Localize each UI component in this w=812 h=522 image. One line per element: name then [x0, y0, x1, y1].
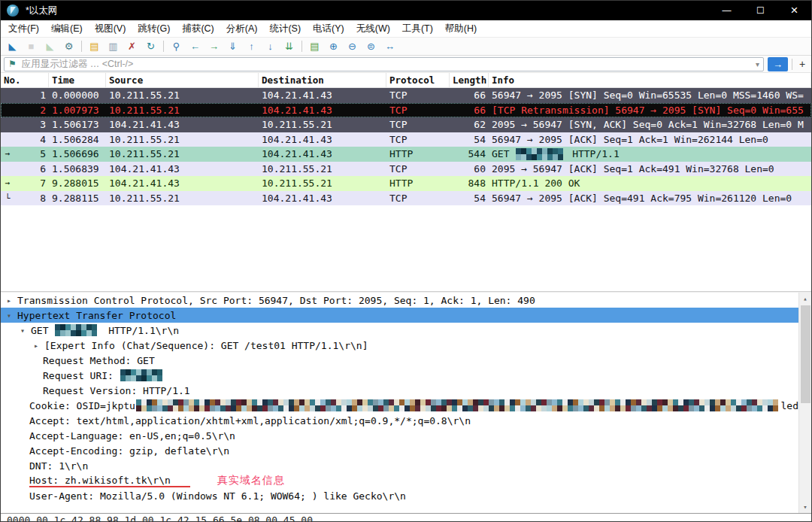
filter-placeholder: 应用显示过滤器 … <Ctrl-/> — [22, 58, 756, 71]
redacted-mosaic — [55, 324, 102, 336]
add-filter-button[interactable]: + — [796, 57, 808, 71]
details-scrollbar[interactable]: ▴ ▾ — [798, 293, 811, 513]
tcp-summary-text: Transmission Control Protocol, Src Port:… — [17, 295, 535, 306]
tcp-summary[interactable]: ▸Transmission Control Protocol, Src Port… — [1, 293, 798, 308]
accept-header[interactable]: Accept: text/html,application/xhtml+xml,… — [1, 413, 798, 428]
packet-details: ▸Transmission Control Protocol, Src Port… — [1, 293, 798, 503]
packet-row-8[interactable]: └89.28811510.211.55.21104.21.41.43TCP545… — [1, 191, 811, 206]
request-version[interactable]: Request Version: HTTP/1.1 — [1, 383, 798, 398]
filter-history-chevron-icon[interactable]: ▾ — [756, 60, 759, 68]
packet-row-5[interactable]: →51.50669610.211.55.21104.21.41.43HTTP54… — [1, 147, 811, 162]
user-agent-header[interactable]: User-Agent: Mozilla/5.0 (Windows NT 6.1;… — [1, 488, 798, 503]
save-file-icon[interactable]: ▥ — [105, 38, 122, 54]
go-first-packet-icon[interactable]: ↑ — [243, 38, 260, 54]
display-filter-input[interactable]: ⚑ 应用显示过滤器 … <Ctrl-/> ▾ — [4, 57, 764, 71]
scroll-down-icon[interactable]: ▾ — [799, 501, 811, 513]
find-packet-icon[interactable]: ⚲ — [168, 38, 185, 54]
cell-info: [TCP Retransmission] 56947 → 2095 [SYN] … — [489, 103, 811, 118]
menu-wireless[interactable]: 无线(W) — [350, 23, 396, 35]
packet-row-4[interactable]: 41.50628410.211.55.21104.21.41.43TCP5456… — [1, 132, 811, 147]
related-packet-marker: └ — [1, 191, 14, 206]
cell-source: 104.21.41.43 — [106, 176, 259, 191]
auto-scroll-icon[interactable]: ⇊ — [280, 38, 298, 54]
menu-telephony[interactable]: 电话(Y) — [307, 23, 350, 35]
maximize-button[interactable]: ☐ — [744, 1, 777, 20]
packet-row-7[interactable]: →79.288015104.21.41.4310.211.55.21HTTP84… — [1, 176, 811, 191]
scrollbar-thumb[interactable] — [801, 305, 810, 403]
start-capture-icon[interactable]: ◣ — [4, 38, 21, 54]
cell-destination: 104.21.41.43 — [259, 191, 386, 206]
packet-row-6[interactable]: 61.506839104.21.41.4310.211.55.21TCP6020… — [1, 162, 811, 177]
related-packet-marker — [1, 88, 14, 103]
menu-file[interactable]: 文件(F) — [2, 23, 45, 35]
zoom-out-icon[interactable]: ⊖ — [344, 38, 361, 54]
accept-encoding-header-text: Accept-Encoding: gzip, deflate\r\n — [29, 445, 229, 457]
packet-row-1[interactable]: 10.00000010.211.55.21104.21.41.43TCP6656… — [1, 88, 811, 103]
cell-no: 4 — [14, 132, 49, 147]
expert-info-text: [Expert Info (Chat/Sequence): GET /test0… — [44, 340, 368, 351]
menu-edit[interactable]: 编辑(E) — [45, 23, 89, 35]
resize-columns-icon[interactable]: ↔ — [381, 38, 398, 54]
scroll-up-icon[interactable]: ▴ — [799, 293, 811, 305]
menu-analyze[interactable]: 分析(A) — [220, 23, 264, 35]
http-request-line[interactable]: ▾GET HTTP/1.1\r\n — [1, 323, 798, 338]
menu-go[interactable]: 跳转(G) — [132, 23, 176, 35]
cell-destination: 104.21.41.43 — [259, 103, 386, 118]
accept-encoding-header[interactable]: Accept-Encoding: gzip, deflate\r\n — [1, 443, 798, 458]
go-back-icon[interactable]: ← — [186, 38, 204, 54]
accept-language-header[interactable]: Accept-Language: en-US,en;q=0.5\r\n — [1, 428, 798, 443]
column-header-destination[interactable]: Destination — [259, 73, 386, 87]
go-forward-icon[interactable]: → — [205, 38, 223, 54]
cell-length: 54 — [450, 132, 489, 147]
column-header-no[interactable]: No. — [1, 73, 49, 87]
cell-time: 9.288115 — [49, 191, 106, 206]
close-file-icon[interactable]: ✗ — [123, 38, 141, 54]
apply-filter-button[interactable]: → — [768, 57, 788, 71]
column-header-time[interactable]: Time — [49, 73, 106, 87]
cell-length: 544 — [450, 147, 489, 162]
column-header-source[interactable]: Source — [106, 73, 259, 87]
filter-bookmark-icon[interactable]: ⚑ — [8, 59, 17, 69]
column-header-info[interactable]: Info — [489, 73, 811, 87]
cell-info: 56947 → 2095 [SYN] Seq=0 Win=65535 Len=0… — [489, 88, 811, 103]
menu-view[interactable]: 视图(V) — [89, 23, 132, 35]
packet-row-2[interactable]: 21.00797310.211.55.21104.21.41.43TCP66[T… — [1, 103, 811, 118]
cell-protocol: TCP — [386, 103, 450, 118]
cell-no: 2 — [14, 103, 49, 118]
column-header-length[interactable]: Length — [450, 73, 489, 87]
go-last-packet-icon[interactable]: ↓ — [262, 38, 279, 54]
column-header-protocol[interactable]: Protocol — [386, 73, 450, 87]
zoom-original-icon[interactable]: ⊜ — [362, 38, 380, 54]
menu-help[interactable]: 帮助(H) — [439, 23, 483, 35]
host-header[interactable]: Host: zh.wikisoft.tk\r\n真实域名信息 — [1, 473, 798, 488]
zoom-in-icon[interactable]: ⊕ — [325, 38, 342, 54]
collapse-arrow-icon[interactable]: ▾ — [20, 326, 31, 335]
request-uri[interactable]: Request URI: — [1, 368, 798, 383]
http-protocol[interactable]: ▾Hypertext Transfer Protocol — [1, 308, 798, 323]
menu-statistics[interactable]: 统计(S) — [263, 23, 307, 35]
colorize-icon[interactable]: ▤ — [306, 38, 323, 54]
cell-protocol: TCP — [386, 191, 450, 206]
go-to-packet-icon[interactable]: ⇓ — [224, 38, 241, 54]
reload-icon[interactable]: ↻ — [142, 38, 159, 54]
packet-row-3[interactable]: 31.506173104.21.41.4310.211.55.21TCP6220… — [1, 117, 811, 132]
minimize-button[interactable]: — — [710, 1, 744, 20]
cell-protocol: TCP — [386, 88, 450, 103]
accept-header-text: Accept: text/html,application/xhtml+xml,… — [29, 415, 471, 426]
open-file-icon[interactable]: ▤ — [86, 38, 103, 54]
cell-time: 1.506284 — [49, 132, 106, 147]
expand-arrow-icon[interactable]: ▸ — [7, 296, 17, 305]
dnt-header[interactable]: DNT: 1\r\n — [1, 458, 798, 473]
cell-destination: 10.211.55.21 — [259, 117, 386, 132]
close-button[interactable]: × — [777, 1, 811, 20]
toolbar-separator — [81, 41, 82, 52]
collapse-arrow-icon[interactable]: ▾ — [7, 311, 17, 320]
request-method[interactable]: Request Method: GET — [1, 353, 798, 368]
expand-arrow-icon[interactable]: ▸ — [34, 341, 44, 350]
capture-options-icon[interactable]: ⚙ — [60, 38, 77, 54]
packet-list-body: 10.00000010.211.55.21104.21.41.43TCP6656… — [1, 88, 811, 291]
menu-capture[interactable]: 捕获(C) — [176, 23, 220, 35]
expert-info[interactable]: ▸[Expert Info (Chat/Sequence): GET /test… — [1, 338, 798, 353]
cookie-header[interactable]: Cookie: OSID=jkptuled — [1, 398, 798, 413]
menu-tools[interactable]: 工具(T) — [396, 23, 439, 35]
